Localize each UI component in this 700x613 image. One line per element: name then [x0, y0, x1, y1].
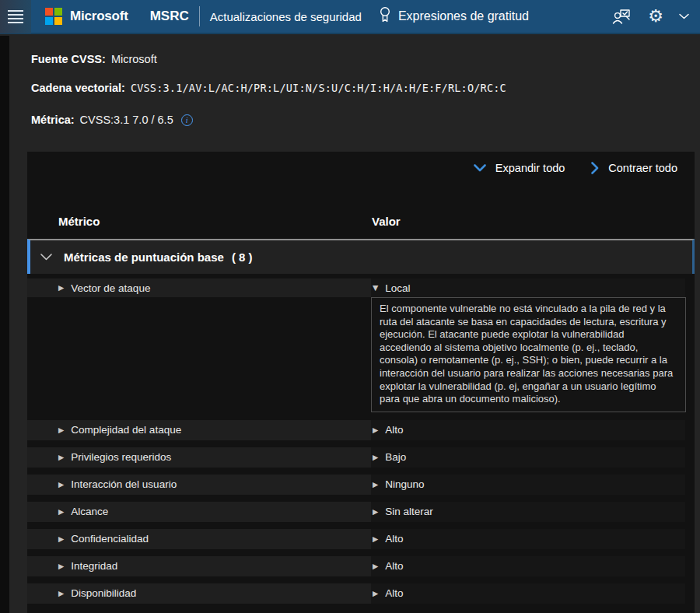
metric-name: Disponibilidad: [71, 587, 136, 599]
info-icon[interactable]: [181, 114, 193, 126]
group-row-base-score-metrics[interactable]: Métricas de puntuación base ( 8 ): [27, 239, 695, 274]
chevron-right-icon: [591, 162, 599, 174]
metric-value: Ninguno: [385, 478, 424, 490]
table-row-attack-vector[interactable]: Vector de ataque Local: [27, 278, 695, 297]
msrc-home-link[interactable]: MSRC: [150, 9, 189, 24]
triangle-right-icon: [58, 454, 64, 461]
table-row-confidentiality[interactable]: Confidencialidad Alto: [27, 529, 695, 549]
chevron-down-icon: [40, 254, 52, 261]
nav-security-updates[interactable]: Actualizaciones de seguridad: [210, 10, 362, 23]
metric-name: Interacción del usuario: [71, 478, 177, 490]
metric-name: Integridad: [71, 560, 117, 572]
nav-acknowledgements-label: Expresiones de gratitud: [398, 9, 529, 23]
triangle-right-icon: [58, 284, 64, 292]
triangle-right-icon: [58, 481, 64, 489]
top-navigation-bar: Microsoft MSRC Actualizaciones de seguri…: [0, 0, 700, 34]
table-row-scope[interactable]: Alcance Sin alterar: [27, 502, 695, 522]
group-count: ( 8 ): [232, 250, 253, 264]
vector-string-value: CVSS:3.1/AV:L/AC:H/PR:L/UI:N/S:U/C:H/I:H…: [131, 82, 506, 94]
microsoft-logo-icon[interactable]: [45, 8, 62, 25]
metric-name: Privilegios requeridos: [71, 451, 171, 463]
metric-rows: Vector de ataque Local El componente vul…: [27, 274, 695, 604]
cvss-source-label: Fuente CVSS:: [31, 53, 106, 65]
metric-value: Local: [385, 282, 410, 294]
table-row-integrity[interactable]: Integridad Alto: [27, 556, 695, 576]
table-row-privileges-required[interactable]: Privilegios requeridos Bajo: [27, 447, 695, 468]
metric-label: Métrica:: [31, 114, 75, 126]
account-chevron-down-icon[interactable]: [679, 13, 689, 19]
triangle-right-icon: [373, 454, 378, 461]
group-label: Métricas de puntuación base: [64, 250, 224, 264]
nav-acknowledgements[interactable]: Expresiones de gratitud: [379, 6, 529, 26]
metric-value: Bajo: [385, 451, 406, 463]
hamburger-menu-icon[interactable]: [0, 0, 31, 33]
chevron-down-icon: [474, 164, 486, 172]
metric-value: Alto: [385, 560, 403, 572]
metric-value: Sin alterar: [385, 506, 433, 517]
triangle-right-icon: [58, 590, 64, 597]
metric-value: Alto: [385, 424, 403, 436]
triangle-down-icon: [373, 284, 378, 292]
nav-divider: [199, 6, 200, 26]
triangle-right-icon: [373, 481, 378, 489]
triangle-right-icon: [373, 562, 378, 570]
metric-value: Alto: [385, 533, 403, 545]
triangle-right-icon: [58, 508, 64, 516]
metrics-table-card: Expandir todo Contraer todo Métrico Valo…: [27, 152, 695, 613]
triangle-right-icon: [58, 426, 64, 434]
triangle-right-icon: [373, 508, 378, 516]
metric-name: Alcance: [71, 506, 108, 517]
vector-string-label: Cadena vectorial:: [31, 82, 125, 94]
table-row-attack-complexity[interactable]: Complejidad del ataque Alto: [27, 420, 695, 440]
feedback-person-check-icon[interactable]: [612, 8, 632, 25]
left-edge-strip: [0, 36, 9, 613]
metric-name: Complejidad del ataque: [71, 424, 181, 436]
expand-all-label: Expandir todo: [495, 162, 565, 174]
metric-name: Confidencialidad: [71, 533, 149, 545]
collapse-all-label: Contraer todo: [608, 162, 677, 174]
table-row-user-interaction[interactable]: Interacción del usuario Ninguno: [27, 475, 695, 495]
settings-gear-icon[interactable]: ⚙: [648, 8, 663, 25]
triangle-right-icon: [373, 426, 378, 434]
metric-name: Vector de ataque: [71, 282, 150, 294]
triangle-right-icon: [373, 590, 378, 597]
expand-all-button[interactable]: Expandir todo: [474, 162, 565, 174]
attack-vector-description: El componente vulnerable no está vincula…: [371, 297, 686, 412]
metric-value: CVSS:3.1 7.0 / 6.5: [80, 114, 173, 126]
metric-value: Alto: [385, 587, 403, 599]
expand-collapse-bar: Expandir todo Contraer todo: [27, 152, 695, 184]
triangle-right-icon: [373, 535, 378, 543]
cvss-source-value: Microsoft: [111, 53, 157, 65]
column-header-metric: Métrico: [58, 215, 372, 228]
table-header-row: Métrico Valor: [27, 184, 695, 239]
triangle-right-icon: [58, 535, 64, 543]
table-row-availability[interactable]: Disponibilidad Alto: [27, 583, 695, 604]
column-header-value: Valor: [372, 215, 401, 228]
triangle-right-icon: [58, 562, 64, 570]
cvss-info-section: Fuente CVSS: Microsoft Cadena vectorial:…: [0, 53, 700, 126]
award-ribbon-icon: [379, 6, 391, 26]
collapse-all-button[interactable]: Contraer todo: [591, 162, 677, 174]
microsoft-wordmark[interactable]: Microsoft: [70, 9, 128, 24]
